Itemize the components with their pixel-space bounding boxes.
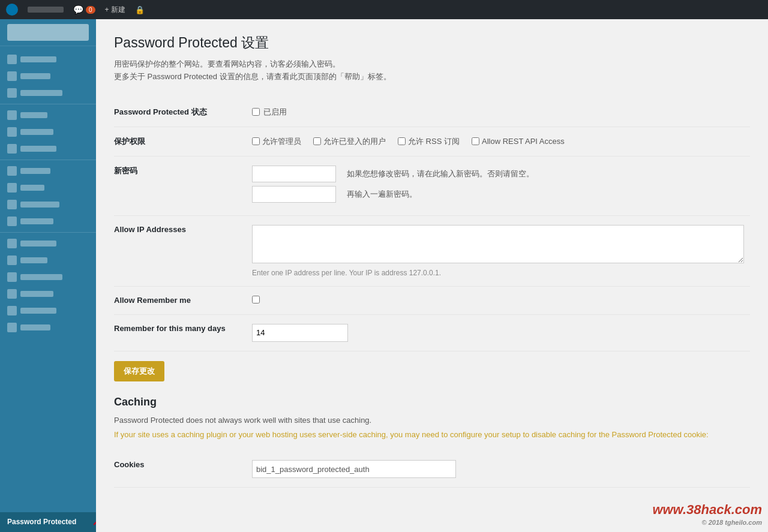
sidebar-icon-9 xyxy=(7,200,17,209)
site-name-text xyxy=(28,7,64,13)
sidebar-item-4[interactable] xyxy=(0,107,96,124)
caching-desc2: If your site uses a caching plugin or yo… xyxy=(114,429,750,441)
sidebar-icon-5 xyxy=(7,127,17,137)
sidebar-text-12 xyxy=(20,257,47,263)
sidebar-item-12[interactable] xyxy=(0,252,96,269)
new-password-input[interactable] xyxy=(252,166,336,182)
allow-rss-label[interactable]: 允许 RSS 订阅 xyxy=(398,136,460,147)
admin-bar-comments[interactable]: 💬 0 xyxy=(73,5,95,14)
new-password-label: 新密码 xyxy=(114,156,246,215)
sidebar-text-14 xyxy=(20,291,53,297)
sidebar-item-13[interactable] xyxy=(0,269,96,285)
status-checkbox[interactable] xyxy=(252,108,260,116)
password-value: 如果您想修改密码，请在此输入新密码。否则请留空。 再输入一遍新密码。 xyxy=(246,156,750,215)
sidebar-text-11 xyxy=(20,241,56,247)
allow-logged-in-checkbox[interactable] xyxy=(313,137,321,145)
page-description: 用密码保护你的整个网站。要查看网站内容，访客必须输入密码。 更多关于 Passw… xyxy=(114,58,750,83)
password-row-1: 如果您想修改密码，请在此输入新密码。否则请留空。 xyxy=(252,166,744,182)
sidebar-icon-3 xyxy=(7,88,17,98)
sidebar-item-6[interactable] xyxy=(0,140,96,157)
sidebar-divider-2 xyxy=(0,160,96,160)
allow-rest-api-label[interactable]: Allow REST API Access xyxy=(472,137,565,146)
cookies-value xyxy=(246,451,750,488)
sidebar-icon-11 xyxy=(7,239,17,248)
wp-logo[interactable] xyxy=(6,4,18,16)
sidebar-text-10 xyxy=(20,218,53,224)
password-hint-2: 再输入一遍新密码。 xyxy=(347,189,417,200)
ip-label: Allow IP Addresses xyxy=(114,215,246,286)
admin-bar-new[interactable]: + 新建 xyxy=(105,5,125,15)
sidebar-divider-1 xyxy=(0,104,96,104)
cookies-table: Cookies xyxy=(114,451,750,488)
allow-logged-in-label[interactable]: 允许已登入的用户 xyxy=(313,136,386,147)
sidebar-item-9[interactable] xyxy=(0,196,96,213)
status-value: 已启用 xyxy=(246,98,750,127)
page-title: Password Protected 设置 xyxy=(114,34,750,52)
confirm-password-input[interactable] xyxy=(252,186,336,203)
allow-rest-api-checkbox[interactable] xyxy=(472,137,479,145)
sidebar-item-1[interactable] xyxy=(0,51,96,68)
sidebar-item-2[interactable] xyxy=(0,68,96,85)
sidebar-icon-1 xyxy=(7,55,17,64)
sidebar-icon-2 xyxy=(7,71,17,81)
comment-count: 0 xyxy=(86,6,95,14)
sidebar-item-password-protected[interactable]: Password Protected ↗ xyxy=(0,512,96,532)
sidebar-icon-13 xyxy=(7,272,17,282)
remember-me-row: Allow Remember me xyxy=(114,286,750,314)
ip-hint: Enter one IP address per line. Your IP i… xyxy=(252,269,744,277)
sidebar-item-5[interactable] xyxy=(0,124,96,140)
ip-value: Enter one IP address per line. Your IP i… xyxy=(246,215,750,286)
sidebar-item-10[interactable] xyxy=(0,213,96,230)
admin-bar-lock[interactable]: 🔒 xyxy=(135,5,145,14)
sidebar-item-15[interactable] xyxy=(0,302,96,319)
sidebar-text-9 xyxy=(20,202,59,208)
ip-textarea[interactable] xyxy=(252,225,744,263)
sidebar-item-7[interactable] xyxy=(0,163,96,179)
comment-icon: 💬 xyxy=(73,5,83,14)
sidebar-text-15 xyxy=(20,308,56,314)
allow-rss-text: 允许 RSS 订阅 xyxy=(408,136,460,147)
sidebar-text-5 xyxy=(20,129,53,135)
cookies-input[interactable] xyxy=(252,460,456,478)
sidebar-icon-16 xyxy=(7,323,17,332)
remember-days-label-text: Remember for this many days xyxy=(114,324,226,333)
remember-days-input[interactable] xyxy=(252,324,348,342)
allow-admin-checkbox[interactable] xyxy=(252,137,260,145)
main-content: Password Protected 设置 用密码保护你的整个网站。要查看网站内… xyxy=(96,19,768,532)
sidebar-item-8[interactable] xyxy=(0,179,96,196)
password-row-2: 再输入一遍新密码。 xyxy=(252,186,744,203)
sidebar-text-1 xyxy=(20,56,56,62)
sidebar-icon-15 xyxy=(7,306,17,315)
save-button[interactable]: 保存更改 xyxy=(114,361,164,381)
page-desc-line1: 用密码保护你的整个网站。要查看网站内容，访客必须输入密码。 xyxy=(114,58,750,71)
remember-days-label: Remember for this many days xyxy=(114,314,246,351)
sidebar-logo-area xyxy=(0,19,96,46)
sidebar-item-11[interactable] xyxy=(0,235,96,252)
remember-days-value xyxy=(246,314,750,351)
admin-bar-site-name[interactable] xyxy=(28,7,64,13)
sidebar-text-3 xyxy=(20,90,62,96)
sidebar: Password Protected ↗ xyxy=(0,19,96,532)
protection-row: 保护权限 允许管理员 允许已登入的用户 允许 RSS 订 xyxy=(114,127,750,156)
sidebar-item-14[interactable] xyxy=(0,285,96,302)
allow-rest-api-text: Allow REST API Access xyxy=(482,137,565,146)
sidebar-icon-12 xyxy=(7,256,17,265)
allow-rss-checkbox[interactable] xyxy=(398,137,406,145)
remember-me-checkbox[interactable] xyxy=(252,296,260,303)
status-checkbox-label[interactable]: 已启用 xyxy=(252,107,744,118)
sidebar-icon-14 xyxy=(7,289,17,299)
remember-me-label: Allow Remember me xyxy=(114,286,246,314)
sidebar-active-label: Password Protected xyxy=(7,518,76,526)
site-logo xyxy=(7,24,89,41)
admin-bar: 💬 0 + 新建 🔒 xyxy=(0,0,768,19)
sidebar-divider-3 xyxy=(0,232,96,233)
caching-title: Caching xyxy=(114,396,750,408)
sidebar-item-3[interactable] xyxy=(0,85,96,101)
password-row: 新密码 如果您想修改密码，请在此输入新密码。否则请留空。 再输入一遍新密码。 xyxy=(114,156,750,215)
allow-admin-text: 允许管理员 xyxy=(262,136,301,147)
protection-value: 允许管理员 允许已登入的用户 允许 RSS 订阅 Allow REST xyxy=(246,127,750,156)
sidebar-icon-6 xyxy=(7,144,17,154)
new-label: + 新建 xyxy=(105,5,125,15)
sidebar-item-16[interactable] xyxy=(0,319,96,336)
allow-admin-label[interactable]: 允许管理员 xyxy=(252,136,301,147)
